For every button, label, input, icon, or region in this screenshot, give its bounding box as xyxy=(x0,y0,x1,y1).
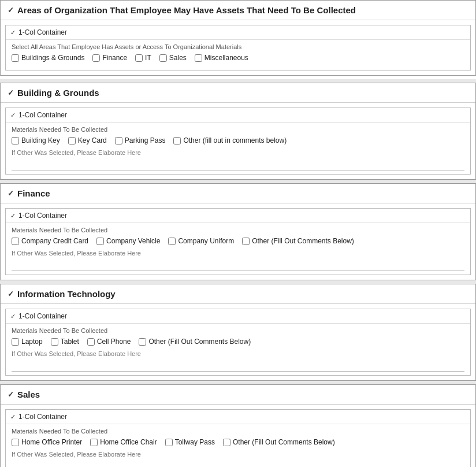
checkbox-item-laptop[interactable]: Laptop xyxy=(12,338,43,346)
elaborate-label-it: If Other Was Selected, Please Elaborate … xyxy=(12,350,464,357)
checkbox-item-other-fin[interactable]: Other (Fill Out Comments Below) xyxy=(242,237,354,245)
top-section-title: Areas of Organization That Employee May … xyxy=(17,5,356,15)
checkbox-building-key[interactable] xyxy=(12,137,19,144)
checkbox-sales[interactable] xyxy=(159,54,167,62)
checkbox-item-tollway-pass[interactable]: Tollway Pass xyxy=(165,438,215,446)
elaborate-label-building-grounds: If Other Was Selected, Please Elaborate … xyxy=(12,149,464,156)
checkbox-row-building-grounds: Building Key Key Card Parking Pass xyxy=(12,136,464,144)
section-title-building-grounds: Building & Grounds xyxy=(17,88,99,98)
checkbox-item-key-card[interactable]: Key Card xyxy=(68,136,107,144)
checkbox-label-it: IT xyxy=(145,54,151,62)
checkbox-parking-pass[interactable] xyxy=(115,137,122,144)
checkbox-label-tablet: Tablet xyxy=(61,338,79,346)
checkbox-item-it[interactable]: IT xyxy=(135,54,151,62)
col-container-finance: ✓ 1-Col Container Materials Needed To Be… xyxy=(5,208,471,275)
checkbox-label-cell-phone: Cell Phone xyxy=(97,338,131,346)
elaborate-label-sales: If Other Was Selected, Please Elaborate … xyxy=(12,451,464,458)
col-container-label-it: 1-Col Container xyxy=(18,312,67,320)
elaborate-input-building-grounds[interactable] xyxy=(12,158,464,171)
checkbox-item-finance[interactable]: Finance xyxy=(92,54,127,62)
checkbox-item-building-key[interactable]: Building Key xyxy=(12,136,60,144)
checkbox-item-other-bg[interactable]: Other (fill out in comments below) xyxy=(173,136,287,144)
col-container-header-finance[interactable]: ✓ 1-Col Container xyxy=(6,209,470,223)
checkbox-item-company-uniform[interactable]: Company Uniform xyxy=(168,237,234,245)
materials-label-finance: Materials Needed To Be Collected xyxy=(12,227,464,233)
checkbox-it[interactable] xyxy=(135,54,143,62)
checkbox-label-laptop: Laptop xyxy=(21,338,43,346)
checkbox-item-home-office-chair[interactable]: Home Office Chair xyxy=(90,438,157,446)
checkbox-miscellaneous[interactable] xyxy=(195,54,202,62)
chevron-it-icon: ✓ xyxy=(8,290,14,298)
section-header-building-grounds[interactable]: ✓ Building & Grounds xyxy=(1,83,475,103)
col-container-label-finance: 1-Col Container xyxy=(18,212,67,220)
checkbox-label-other-sales: Other (Fill Out Comments Below) xyxy=(233,438,335,446)
checkbox-item-parking-pass[interactable]: Parking Pass xyxy=(115,136,166,144)
elaborate-label-finance: If Other Was Selected, Please Elaborate … xyxy=(12,250,464,257)
checkbox-item-misc[interactable]: Miscellaneous xyxy=(195,54,248,62)
checkbox-tollway-pass[interactable] xyxy=(165,439,173,446)
checkbox-row-finance: Company Credit Card Company Vehicle Comp… xyxy=(12,237,464,245)
section-body-finance: ✓ 1-Col Container Materials Needed To Be… xyxy=(1,208,475,275)
checkbox-company-credit-card[interactable] xyxy=(12,238,19,245)
checkbox-other-bg[interactable] xyxy=(173,137,181,144)
checkbox-home-office-chair[interactable] xyxy=(90,439,98,446)
col-chevron-it-icon: ✓ xyxy=(10,313,16,320)
section-body-sales: ✓ 1-Col Container Materials Needed To Be… xyxy=(1,409,475,467)
checkbox-company-uniform[interactable] xyxy=(168,238,176,245)
top-section-header[interactable]: ✓ Areas of Organization That Employee Ma… xyxy=(1,1,475,20)
col-container-header-building-grounds[interactable]: ✓ 1-Col Container xyxy=(6,108,470,123)
col-chevron-building-grounds-icon: ✓ xyxy=(10,112,16,119)
top-checkbox-row: Buildings & Grounds Finance IT Sale xyxy=(12,54,464,62)
checkbox-laptop[interactable] xyxy=(12,338,19,346)
section-body-it: ✓ 1-Col Container Materials Needed To Be… xyxy=(1,309,475,376)
checkbox-other-it[interactable] xyxy=(139,338,146,346)
checkbox-item-other-it[interactable]: Other (Fill Out Comments Below) xyxy=(139,338,251,346)
checkbox-home-office-printer[interactable] xyxy=(12,439,19,446)
checkbox-label-finance: Finance xyxy=(102,54,127,62)
elaborate-input-finance[interactable] xyxy=(12,259,464,271)
section-title-it: Information Technology xyxy=(17,289,116,299)
checkbox-other-fin[interactable] xyxy=(242,238,250,245)
col-container-header-it[interactable]: ✓ 1-Col Container xyxy=(6,309,470,324)
elaborate-input-it[interactable] xyxy=(12,359,464,372)
section-header-sales[interactable]: ✓ Sales xyxy=(1,385,475,405)
section-building-grounds: ✓ Building & Grounds ✓ 1-Col Container M… xyxy=(0,83,476,180)
checkbox-label-company-vehicle: Company Vehicle xyxy=(106,237,160,245)
section-header-finance[interactable]: ✓ Finance xyxy=(1,184,475,203)
elaborate-input-sales[interactable] xyxy=(12,460,464,467)
checkbox-cell-phone[interactable] xyxy=(87,338,95,346)
top-section: ✓ Areas of Organization That Employee Ma… xyxy=(0,0,476,76)
checkbox-label-other-fin: Other (Fill Out Comments Below) xyxy=(252,237,354,245)
checkbox-company-vehicle[interactable] xyxy=(96,238,104,245)
checkbox-finance[interactable] xyxy=(92,54,100,62)
top-field-label: Select All Areas That Employee Has Asset… xyxy=(12,43,464,50)
checkbox-item-company-vehicle[interactable]: Company Vehicle xyxy=(96,237,160,245)
checkbox-item-cell-phone[interactable]: Cell Phone xyxy=(87,338,131,346)
checkbox-item-other-sales[interactable]: Other (Fill Out Comments Below) xyxy=(223,438,335,446)
top-col-container-header[interactable]: ✓ 1-Col Container xyxy=(6,25,470,40)
col-container-it: ✓ 1-Col Container Materials Needed To Be… xyxy=(5,309,471,376)
checkbox-row-sales: Home Office Printer Home Office Chair To… xyxy=(12,438,464,446)
checkbox-item-tablet[interactable]: Tablet xyxy=(51,338,79,346)
checkbox-buildings-grounds[interactable] xyxy=(12,54,19,62)
checkbox-tablet[interactable] xyxy=(51,338,58,346)
checkbox-label-other-bg: Other (fill out in comments below) xyxy=(183,136,287,144)
checkbox-item-buildings[interactable]: Buildings & Grounds xyxy=(12,54,84,62)
checkbox-key-card[interactable] xyxy=(68,137,76,144)
col-container-label-building-grounds: 1-Col Container xyxy=(18,111,67,119)
section-header-it[interactable]: ✓ Information Technology xyxy=(1,284,475,304)
col-container-building-grounds: ✓ 1-Col Container Materials Needed To Be… xyxy=(5,108,471,175)
checkbox-item-company-credit-card[interactable]: Company Credit Card xyxy=(12,237,88,245)
checkbox-other-sales[interactable] xyxy=(223,439,230,446)
checkbox-item-home-office-printer[interactable]: Home Office Printer xyxy=(12,438,82,446)
checkbox-item-sales[interactable]: Sales xyxy=(159,54,187,62)
materials-label-building-grounds: Materials Needed To Be Collected xyxy=(12,126,464,133)
top-col-chevron-icon: ✓ xyxy=(10,29,16,36)
checkbox-row-it: Laptop Tablet Cell Phone Other (Fil xyxy=(12,338,464,346)
col-container-header-sales[interactable]: ✓ 1-Col Container xyxy=(6,410,470,424)
top-col-container-body: Select All Areas That Employee Has Asset… xyxy=(6,40,470,70)
checkbox-label-company-uniform: Company Uniform xyxy=(178,237,234,245)
col-container-body-sales: Materials Needed To Be Collected Home Of… xyxy=(6,424,470,467)
top-col-container: ✓ 1-Col Container Select All Areas That … xyxy=(5,25,471,71)
checkbox-label-misc: Miscellaneous xyxy=(204,54,248,62)
